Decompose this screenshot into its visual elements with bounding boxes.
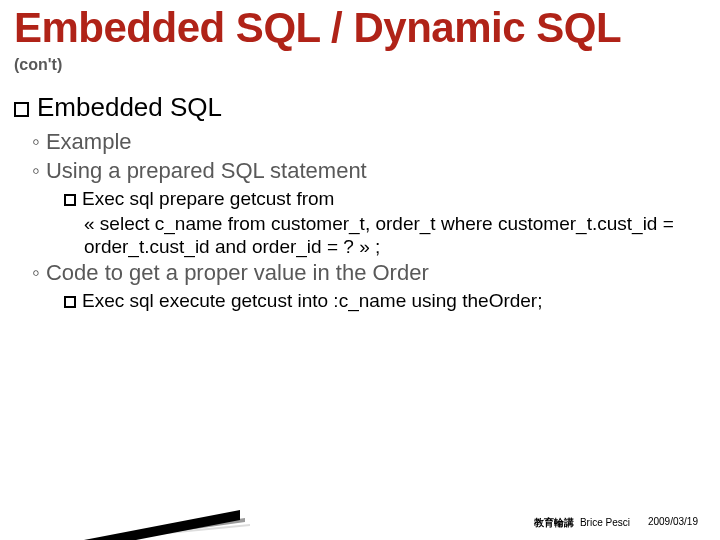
square-bullet-icon bbox=[14, 102, 29, 117]
footer-date: 2009/03/19 bbox=[648, 516, 698, 530]
code-execute-text: Exec sql execute getcust into :c_name us… bbox=[82, 290, 542, 311]
corner-decoration-icon bbox=[0, 460, 250, 540]
square-bullet-icon bbox=[64, 194, 76, 206]
code-prepare-line1: Exec sql prepare getcust from bbox=[14, 187, 700, 210]
slide-body: Embedded SQL Example Using a prepared SQ… bbox=[14, 92, 700, 314]
slide-subtitle: (con't) bbox=[14, 56, 62, 74]
bullet-using-stmt: Using a prepared SQL statement bbox=[14, 158, 700, 185]
code-prepare-line2: « select c_name from customer_t, order_t… bbox=[14, 212, 700, 258]
footer-label: 教育輪講 Brice Pesci bbox=[534, 516, 630, 530]
slide-title: Embedded SQL / Dynamic SQL bbox=[14, 6, 710, 50]
bullet-example: Example bbox=[14, 129, 700, 156]
section-heading: Embedded SQL bbox=[14, 92, 700, 123]
footer-author: Brice Pesci bbox=[580, 517, 630, 528]
bullet-code-to-get: Code to get a proper value in the Order bbox=[14, 260, 700, 287]
square-bullet-icon bbox=[64, 296, 76, 308]
footer: 教育輪講 Brice Pesci 2009/03/19 bbox=[534, 516, 698, 530]
section-heading-text: Embedded SQL bbox=[37, 92, 222, 122]
footer-cjk: 教育輪講 bbox=[534, 517, 574, 528]
slide: Embedded SQL / Dynamic SQL (con't) Embed… bbox=[0, 0, 720, 540]
code-prepare-line1-text: Exec sql prepare getcust from bbox=[82, 188, 334, 209]
code-execute: Exec sql execute getcust into :c_name us… bbox=[14, 289, 700, 312]
